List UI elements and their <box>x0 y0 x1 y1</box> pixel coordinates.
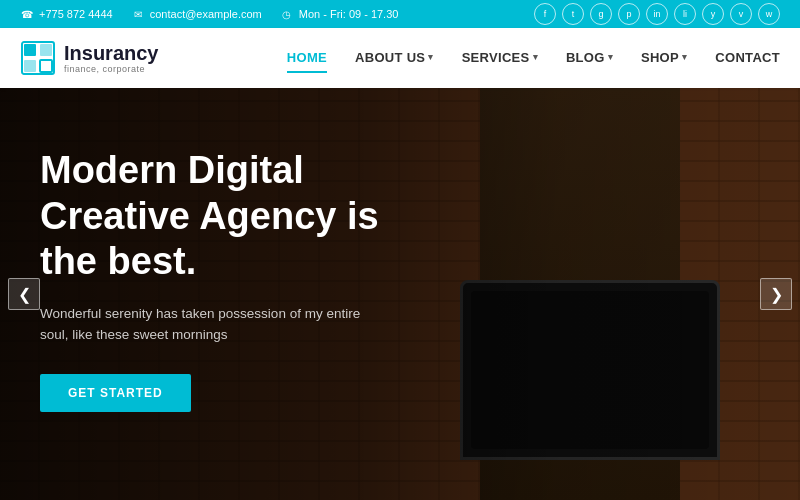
about-chevron-icon: ▾ <box>428 52 433 62</box>
logo-tagline: finance, corporate <box>64 64 158 74</box>
navigation: Insurancy finance, corporate HOME ABOUT … <box>0 28 800 88</box>
social-twitter[interactable]: t <box>562 3 584 25</box>
arrow-left-icon: ❮ <box>18 285 31 304</box>
top-bar-contact: ☎ +775 872 4444 ✉ contact@example.com ◷ … <box>20 7 398 21</box>
hero-title: Modern Digital Creative Agency is the be… <box>40 148 440 285</box>
shop-chevron-icon: ▾ <box>682 52 687 62</box>
nav-home[interactable]: HOME <box>287 50 327 67</box>
phone-item: ☎ +775 872 4444 <box>20 7 113 21</box>
logo[interactable]: Insurancy finance, corporate <box>20 40 180 76</box>
nav-services[interactable]: SERVICES ▾ <box>462 50 538 67</box>
services-chevron-icon: ▾ <box>533 52 538 62</box>
email-address: contact@example.com <box>150 8 262 20</box>
svg-rect-3 <box>24 60 36 72</box>
social-instagram[interactable]: in <box>646 3 668 25</box>
email-icon: ✉ <box>131 7 145 21</box>
social-vk[interactable]: v <box>730 3 752 25</box>
social-linkedin[interactable]: li <box>674 3 696 25</box>
nav-blog[interactable]: BLOG ▾ <box>566 50 613 67</box>
email-item: ✉ contact@example.com <box>131 7 262 21</box>
phone-icon: ☎ <box>20 7 34 21</box>
svg-rect-4 <box>40 44 52 56</box>
carousel-next-button[interactable]: ❯ <box>760 278 792 310</box>
svg-rect-2 <box>24 44 36 56</box>
social-googleplus[interactable]: g <box>590 3 612 25</box>
nav-about[interactable]: ABOUT US ▾ <box>355 50 434 67</box>
arrow-right-icon: ❯ <box>770 285 783 304</box>
nav-shop[interactable]: SHOP ▾ <box>641 50 687 67</box>
social-icons: f t g p in li y v w <box>534 3 780 25</box>
logo-name: Insurancy <box>64 42 158 64</box>
logo-icon <box>20 40 56 76</box>
business-hours: Mon - Fri: 09 - 17.30 <box>299 8 399 20</box>
logo-text: Insurancy finance, corporate <box>64 42 158 74</box>
carousel-prev-button[interactable]: ❮ <box>8 278 40 310</box>
clock-icon: ◷ <box>280 7 294 21</box>
social-pinterest[interactable]: p <box>618 3 640 25</box>
blog-chevron-icon: ▾ <box>608 52 613 62</box>
social-extra[interactable]: w <box>758 3 780 25</box>
svg-rect-5 <box>40 60 52 72</box>
get-started-button[interactable]: GET STARTED <box>40 374 191 412</box>
hero-subtitle: Wonderful serenity has taken possession … <box>40 303 380 346</box>
top-bar: ☎ +775 872 4444 ✉ contact@example.com ◷ … <box>0 0 800 28</box>
social-facebook[interactable]: f <box>534 3 556 25</box>
hero-section: ❮ Modern Digital Creative Agency is the … <box>0 88 800 500</box>
nav-links: HOME ABOUT US ▾ SERVICES ▾ BLOG ▾ SHOP ▾… <box>287 50 780 67</box>
phone-number: +775 872 4444 <box>39 8 113 20</box>
nav-contact[interactable]: CONTACT <box>715 50 780 67</box>
social-youtube[interactable]: y <box>702 3 724 25</box>
hours-item: ◷ Mon - Fri: 09 - 17.30 <box>280 7 399 21</box>
hero-content: Modern Digital Creative Agency is the be… <box>0 88 480 472</box>
